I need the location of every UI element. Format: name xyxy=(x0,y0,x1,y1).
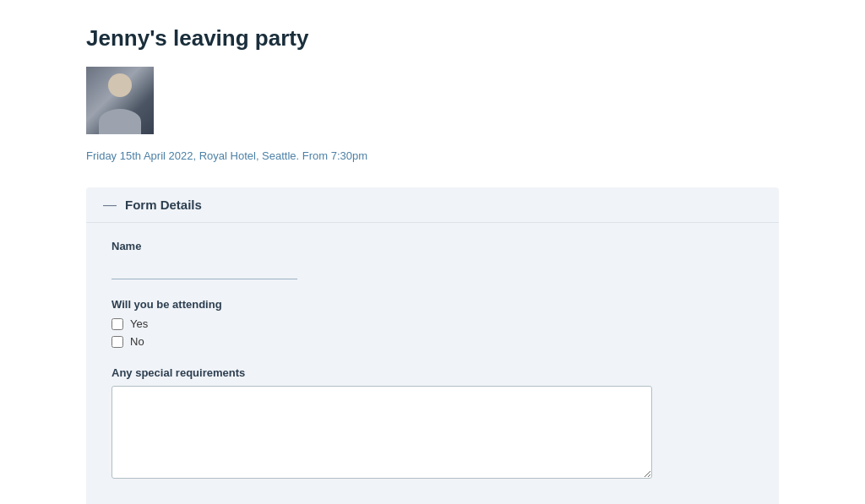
form-body: Name Will you be attending Yes No xyxy=(86,223,779,504)
form-section-title: Form Details xyxy=(125,198,202,212)
requirements-textarea[interactable] xyxy=(112,386,652,479)
attending-no-label: No xyxy=(130,335,144,348)
attending-label: Will you be attending xyxy=(112,298,753,311)
requirements-field: Any special requirements xyxy=(112,366,753,479)
form-section: — Form Details Name Will you be attendin… xyxy=(86,187,779,504)
attending-options: Yes No xyxy=(112,317,753,348)
attending-yes-checkbox[interactable] xyxy=(112,318,123,330)
requirements-label: Any special requirements xyxy=(112,366,753,379)
attending-yes-label: Yes xyxy=(130,317,148,330)
collapse-icon[interactable]: — xyxy=(103,198,117,212)
event-image xyxy=(86,67,154,134)
name-label: Name xyxy=(112,240,753,252)
form-section-header: — Form Details xyxy=(86,187,779,223)
name-input[interactable] xyxy=(112,259,297,279)
attending-no-option[interactable]: No xyxy=(112,335,753,348)
attending-yes-option[interactable]: Yes xyxy=(112,317,753,330)
event-image-placeholder xyxy=(86,67,154,134)
event-title: Jenny's leaving party xyxy=(86,25,779,51)
name-field: Name xyxy=(112,240,753,279)
event-date: Friday 15th April 2022, Royal Hotel, Sea… xyxy=(86,149,779,162)
attending-no-checkbox[interactable] xyxy=(112,336,123,348)
page-wrapper: Jenny's leaving party Friday 15th April … xyxy=(52,0,813,504)
attending-field: Will you be attending Yes No xyxy=(112,298,753,348)
